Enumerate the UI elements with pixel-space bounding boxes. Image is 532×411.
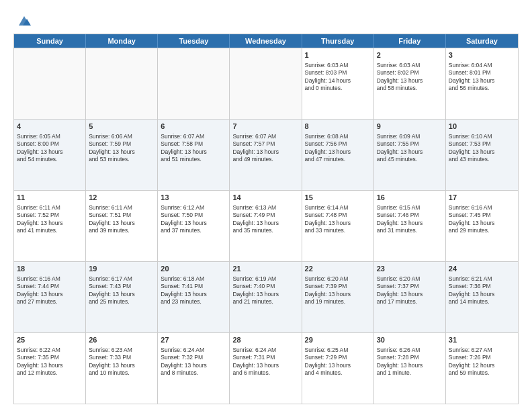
day-number: 31	[449, 335, 515, 345]
cell-content: Sunrise: 6:25 AMSunset: 7:29 PMDaylight:…	[305, 347, 371, 377]
cell-content: Sunrise: 6:05 AMSunset: 8:00 PMDaylight:…	[17, 133, 83, 164]
day-number: 28	[232, 335, 298, 345]
cal-cell-empty	[14, 48, 86, 119]
calendar: SundayMondayTuesdayWednesdayThursdayFrid…	[13, 34, 519, 404]
cell-content: Sunrise: 6:04 AMSunset: 8:01 PMDaylight:…	[449, 62, 515, 93]
cal-cell-23: 23Sunrise: 6:20 AMSunset: 7:37 PMDayligh…	[374, 262, 446, 332]
day-number: 3	[449, 50, 515, 60]
header-day-monday: Monday	[86, 34, 158, 48]
day-number: 18	[17, 264, 83, 274]
day-number: 14	[232, 193, 298, 203]
cal-cell-16: 16Sunrise: 6:15 AMSunset: 7:46 PMDayligh…	[374, 191, 446, 261]
cal-cell-10: 10Sunrise: 6:10 AMSunset: 7:53 PMDayligh…	[446, 120, 518, 190]
cal-cell-22: 22Sunrise: 6:20 AMSunset: 7:39 PMDayligh…	[302, 262, 374, 332]
cell-content: Sunrise: 6:06 AMSunset: 7:59 PMDaylight:…	[89, 133, 154, 164]
day-number: 12	[89, 193, 154, 203]
day-number: 9	[377, 122, 443, 132]
header	[13, 11, 519, 28]
cal-cell-24: 24Sunrise: 6:21 AMSunset: 7:36 PMDayligh…	[446, 262, 518, 332]
cell-content: Sunrise: 6:16 AMSunset: 7:45 PMDaylight:…	[449, 204, 515, 235]
day-number: 20	[161, 264, 226, 274]
cell-content: Sunrise: 6:10 AMSunset: 7:53 PMDaylight:…	[449, 133, 515, 164]
day-number: 5	[89, 122, 154, 132]
cell-content: Sunrise: 6:27 AMSunset: 7:26 PMDaylight:…	[449, 347, 515, 377]
header-day-friday: Friday	[374, 34, 446, 48]
cell-content: Sunrise: 6:03 AMSunset: 8:02 PMDaylight:…	[377, 62, 443, 93]
cal-cell-31: 31Sunrise: 6:27 AMSunset: 7:26 PMDayligh…	[446, 333, 518, 404]
cal-cell-empty	[86, 48, 158, 119]
day-number: 11	[17, 193, 83, 203]
cell-content: Sunrise: 6:09 AMSunset: 7:55 PMDaylight:…	[377, 133, 443, 164]
cell-content: Sunrise: 6:19 AMSunset: 7:40 PMDaylight:…	[232, 275, 298, 306]
day-number: 17	[449, 193, 515, 203]
cell-content: Sunrise: 6:15 AMSunset: 7:46 PMDaylight:…	[377, 204, 443, 235]
day-number: 24	[449, 264, 515, 274]
cal-cell-27: 27Sunrise: 6:24 AMSunset: 7:32 PMDayligh…	[158, 333, 230, 404]
cell-content: Sunrise: 6:03 AMSunset: 8:03 PMDaylight:…	[305, 62, 371, 93]
day-number: 21	[232, 264, 298, 274]
cal-cell-28: 28Sunrise: 6:24 AMSunset: 7:31 PMDayligh…	[230, 333, 302, 404]
calendar-header: SundayMondayTuesdayWednesdayThursdayFrid…	[14, 34, 518, 48]
cal-cell-11: 11Sunrise: 6:11 AMSunset: 7:52 PMDayligh…	[14, 191, 86, 261]
calendar-week-3: 11Sunrise: 6:11 AMSunset: 7:52 PMDayligh…	[14, 190, 518, 261]
cal-cell-13: 13Sunrise: 6:12 AMSunset: 7:50 PMDayligh…	[158, 191, 230, 261]
cal-cell-12: 12Sunrise: 6:11 AMSunset: 7:51 PMDayligh…	[86, 191, 158, 261]
header-day-sunday: Sunday	[14, 34, 86, 48]
day-number: 7	[232, 122, 298, 132]
cal-cell-7: 7Sunrise: 6:07 AMSunset: 7:57 PMDaylight…	[230, 120, 302, 190]
day-number: 25	[17, 335, 83, 345]
cal-cell-20: 20Sunrise: 6:18 AMSunset: 7:41 PMDayligh…	[158, 262, 230, 332]
cell-content: Sunrise: 6:26 AMSunset: 7:28 PMDaylight:…	[377, 347, 443, 377]
page: SundayMondayTuesdayWednesdayThursdayFrid…	[0, 0, 532, 411]
cell-content: Sunrise: 6:21 AMSunset: 7:36 PMDaylight:…	[449, 275, 515, 306]
day-number: 29	[305, 335, 371, 345]
logo-icon	[16, 13, 31, 28]
cal-cell-21: 21Sunrise: 6:19 AMSunset: 7:40 PMDayligh…	[230, 262, 302, 332]
cal-cell-3: 3Sunrise: 6:04 AMSunset: 8:01 PMDaylight…	[446, 48, 518, 119]
cal-cell-empty	[158, 48, 230, 119]
day-number: 23	[377, 264, 443, 274]
cell-content: Sunrise: 6:13 AMSunset: 7:49 PMDaylight:…	[232, 204, 298, 235]
cell-content: Sunrise: 6:08 AMSunset: 7:56 PMDaylight:…	[305, 133, 371, 164]
header-day-thursday: Thursday	[302, 34, 374, 48]
cell-content: Sunrise: 6:20 AMSunset: 7:39 PMDaylight:…	[305, 275, 371, 306]
cell-content: Sunrise: 6:23 AMSunset: 7:33 PMDaylight:…	[89, 347, 154, 377]
cell-content: Sunrise: 6:12 AMSunset: 7:50 PMDaylight:…	[161, 204, 226, 235]
cell-content: Sunrise: 6:14 AMSunset: 7:48 PMDaylight:…	[305, 204, 371, 235]
cal-cell-6: 6Sunrise: 6:07 AMSunset: 7:58 PMDaylight…	[158, 120, 230, 190]
day-number: 13	[161, 193, 226, 203]
cell-content: Sunrise: 6:17 AMSunset: 7:43 PMDaylight:…	[89, 275, 154, 306]
cell-content: Sunrise: 6:11 AMSunset: 7:51 PMDaylight:…	[89, 204, 154, 235]
logo	[13, 13, 31, 28]
cal-cell-1: 1Sunrise: 6:03 AMSunset: 8:03 PMDaylight…	[302, 48, 374, 119]
cell-content: Sunrise: 6:22 AMSunset: 7:35 PMDaylight:…	[17, 347, 83, 377]
day-number: 10	[449, 122, 515, 132]
header-day-wednesday: Wednesday	[230, 34, 302, 48]
calendar-week-5: 25Sunrise: 6:22 AMSunset: 7:35 PMDayligh…	[14, 332, 518, 404]
cell-content: Sunrise: 6:07 AMSunset: 7:58 PMDaylight:…	[161, 133, 226, 164]
cell-content: Sunrise: 6:18 AMSunset: 7:41 PMDaylight:…	[161, 275, 226, 306]
day-number: 6	[161, 122, 226, 132]
day-number: 19	[89, 264, 154, 274]
cal-cell-4: 4Sunrise: 6:05 AMSunset: 8:00 PMDaylight…	[14, 120, 86, 190]
cal-cell-26: 26Sunrise: 6:23 AMSunset: 7:33 PMDayligh…	[86, 333, 158, 404]
day-number: 27	[161, 335, 226, 345]
cal-cell-empty	[230, 48, 302, 119]
cal-cell-30: 30Sunrise: 6:26 AMSunset: 7:28 PMDayligh…	[374, 333, 446, 404]
cell-content: Sunrise: 6:11 AMSunset: 7:52 PMDaylight:…	[17, 204, 83, 235]
cal-cell-25: 25Sunrise: 6:22 AMSunset: 7:35 PMDayligh…	[14, 333, 86, 404]
cal-cell-17: 17Sunrise: 6:16 AMSunset: 7:45 PMDayligh…	[446, 191, 518, 261]
day-number: 15	[305, 193, 371, 203]
day-number: 16	[377, 193, 443, 203]
cal-cell-15: 15Sunrise: 6:14 AMSunset: 7:48 PMDayligh…	[302, 191, 374, 261]
calendar-body: 1Sunrise: 6:03 AMSunset: 8:03 PMDaylight…	[14, 48, 518, 404]
cal-cell-8: 8Sunrise: 6:08 AMSunset: 7:56 PMDaylight…	[302, 120, 374, 190]
cal-cell-14: 14Sunrise: 6:13 AMSunset: 7:49 PMDayligh…	[230, 191, 302, 261]
calendar-week-2: 4Sunrise: 6:05 AMSunset: 8:00 PMDaylight…	[14, 119, 518, 190]
header-day-saturday: Saturday	[446, 34, 518, 48]
cell-content: Sunrise: 6:20 AMSunset: 7:37 PMDaylight:…	[377, 275, 443, 306]
cell-content: Sunrise: 6:07 AMSunset: 7:57 PMDaylight:…	[232, 133, 298, 164]
day-number: 26	[89, 335, 154, 345]
cal-cell-5: 5Sunrise: 6:06 AMSunset: 7:59 PMDaylight…	[86, 120, 158, 190]
header-day-tuesday: Tuesday	[158, 34, 230, 48]
